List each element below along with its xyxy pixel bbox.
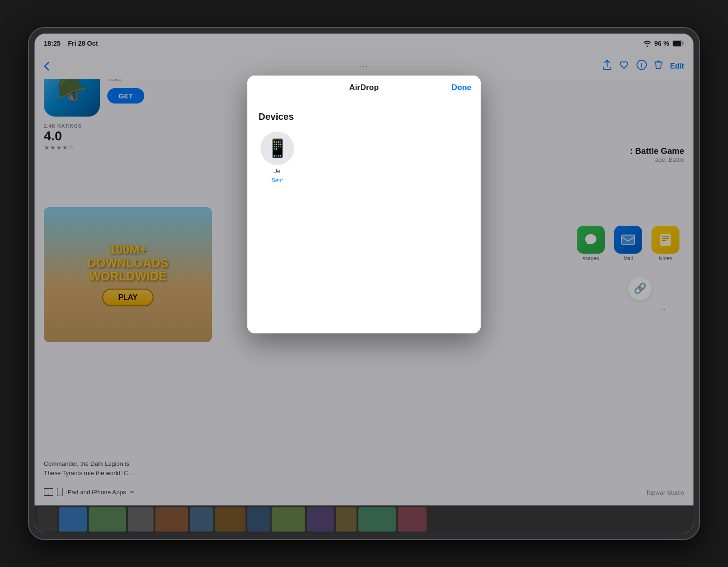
ipad-frame: 18:25 Fri 28 Oct 96 % [28, 27, 700, 540]
airdrop-done-button[interactable]: Done [452, 83, 472, 92]
devices-list: 📱 Je Sent [259, 131, 469, 184]
airdrop-title: AirDrop [349, 83, 378, 92]
ipad-screen: 18:25 Fri 28 Oct 96 % [35, 34, 693, 533]
airdrop-modal: AirDrop Done Devices 📱 Je Sent [247, 76, 481, 333]
device-name: Je [274, 168, 280, 174]
device-status: Sent [272, 177, 283, 184]
device-item[interactable]: 📱 Je Sent [259, 131, 296, 184]
airdrop-body: Devices 📱 Je Sent [247, 100, 481, 333]
devices-label: Devices [259, 111, 469, 122]
airdrop-header: AirDrop Done [247, 76, 481, 100]
modal-overlay: AirDrop Done Devices 📱 Je Sent [35, 34, 693, 533]
device-icon-circle: 📱 [260, 131, 294, 165]
device-phone-icon: 📱 [266, 139, 288, 157]
